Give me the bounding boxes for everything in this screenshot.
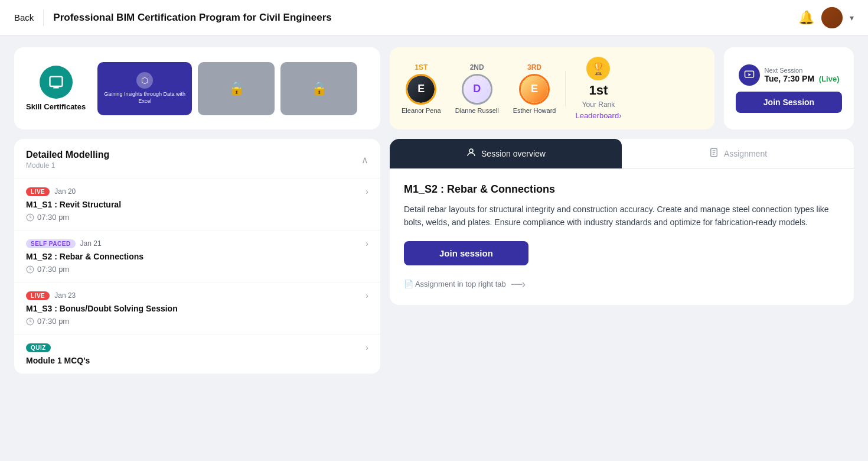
lb-name-1: Eleanor Pena (402, 107, 441, 114)
session-1-date: Jan 20 (54, 187, 76, 196)
session-tabs: Session overview Assignment (390, 139, 854, 169)
tab-assignment[interactable]: Assignment (622, 139, 854, 168)
svg-point-8 (469, 149, 473, 152)
chevron-right-icon-4: › (366, 343, 368, 352)
lb-avatar-1: E (406, 74, 436, 105)
header-divider (43, 9, 44, 26)
session-4-meta: QUIZ (26, 343, 51, 352)
bell-icon[interactable]: 🔔 (798, 10, 814, 25)
next-session-time-value: Tue, 7:30 PM (765, 74, 815, 83)
back-button[interactable]: Back (14, 12, 34, 22)
header-actions: 🔔 ▾ (798, 7, 854, 28)
assignment-hint-text: 📄 Assignment in top right tab (404, 280, 506, 288)
trophy-icon: 🏆 (586, 57, 610, 80)
chevron-right-icon-1: › (366, 187, 368, 196)
session-detail-desc: Detail rebar layouts for structural inte… (404, 203, 840, 229)
session-4-name: Module 1 MCQ's (26, 356, 90, 365)
session-4-row: QUIZ › (26, 343, 368, 352)
session-panel: Session overview Assignment M1_S2 : Reba… (390, 139, 854, 305)
skill-icon (40, 66, 73, 99)
session-4-name-row: Module 1 MCQ's (26, 356, 368, 365)
next-session-info: Next Session Tue, 7:30 PM (Live) (765, 67, 840, 83)
module-subtitle: Module 1 (26, 161, 109, 170)
cert-active[interactable]: ⬡ Gaining Insights through Data with Exc… (97, 62, 192, 115)
cert-text: Gaining Insights through Data with Excel (102, 91, 187, 105)
session-3-time-value: 07:30 pm (37, 317, 69, 326)
svg-marker-4 (748, 73, 751, 76)
cert-icon: ⬡ (136, 72, 153, 89)
arrow-dashed-icon: ----› (511, 277, 524, 291)
leaderboard-link[interactable]: Leaderboard› (575, 111, 621, 120)
chevron-right-icon-3: › (366, 291, 368, 300)
join-session-btn[interactable]: Join session (404, 241, 528, 265)
cert-thumbnails: ⬡ Gaining Insights through Data with Exc… (97, 62, 357, 115)
next-session-card: Next Session Tue, 7:30 PM (Live) Join Se… (724, 47, 854, 129)
join-session-button[interactable]: Join Session (736, 92, 842, 113)
lb-name-3: Esther Howard (513, 107, 556, 114)
session-content: M1_S2 : Rebar & Connections Detail rebar… (390, 169, 854, 305)
session-item-2[interactable]: SELF PACED Jan 21 › M1_S2 : Rebar & Conn… (14, 230, 380, 283)
badge-live-1: LIVE (26, 187, 50, 196)
assignment-tab-icon (709, 147, 719, 160)
chevron-right-icon-2: › (366, 239, 368, 248)
session-2-time-value: 07:30 pm (37, 265, 69, 274)
session-2-date: Jan 21 (80, 239, 102, 248)
badge-quiz-4: QUIZ (26, 343, 51, 352)
lb-rank-box: 🏆 1st Your Rank Leaderboard› (575, 57, 621, 120)
lb-avatar-3: E (519, 74, 550, 105)
module-collapse-icon[interactable]: ∧ (361, 154, 368, 165)
session-2-name-row: M1_S2 : Rebar & Connections (26, 252, 368, 261)
next-session-icon (739, 64, 760, 86)
next-session-time: Tue, 7:30 PM (Live) (765, 74, 840, 83)
session-detail-title: M1_S2 : Rebar & Connections (404, 183, 840, 196)
leaderboard-card: 1ST E Eleanor Pena 2ND D Dianne Russell … (390, 47, 714, 129)
session-3-time: 07:30 pm (26, 317, 368, 326)
session-overview-tab-icon (466, 147, 477, 160)
next-session-live-tag: (Live) (819, 74, 840, 83)
session-3-name-row: M1_S3 : Bonus/Doubt Solving Session (26, 304, 368, 313)
session-item-4[interactable]: QUIZ › Module 1 MCQ's (14, 335, 380, 374)
lb-your-rank-number: 1st (589, 83, 608, 98)
session-1-time-value: 07:30 pm (37, 213, 69, 222)
avatar-eleanor: E (407, 76, 435, 103)
session-2-meta: SELF PACED Jan 21 (26, 239, 102, 248)
session-2-row: SELF PACED Jan 21 › (26, 239, 368, 248)
skill-label: Skill Certificates (26, 102, 86, 111)
page-title: Professional BIM Certification Program f… (53, 12, 789, 24)
top-row: Skill Certificates ⬡ Gaining Insights th… (14, 47, 854, 129)
session-1-time: 07:30 pm (26, 213, 368, 222)
lock-icon-2: 🔒 (311, 81, 327, 96)
session-1-name-row: M1_S1 : Revit Structural (26, 200, 368, 209)
next-session-label: Next Session (765, 67, 840, 74)
module-title: Detailed Modelling (26, 150, 109, 160)
skill-cert-left: Skill Certificates (26, 66, 86, 111)
tab-session-overview[interactable]: Session overview (390, 139, 622, 168)
badge-live-3: LIVE (26, 291, 50, 300)
chevron-down-icon[interactable]: ▾ (850, 13, 854, 22)
session-1-row: LIVE Jan 20 › (26, 187, 368, 196)
header: Back Professional BIM Certification Prog… (0, 0, 868, 35)
lock-icon-1: 🔒 (229, 81, 244, 96)
svg-rect-0 (50, 77, 62, 86)
session-2-name: M1_S2 : Rebar & Connections (26, 252, 143, 261)
session-3-meta: LIVE Jan 23 (26, 291, 76, 300)
tab-session-overview-label: Session overview (481, 149, 546, 158)
avatar-dianne: D (464, 76, 491, 103)
badge-self-paced-2: SELF PACED (26, 239, 76, 248)
lb-name-2: Dianne Russell (455, 107, 499, 114)
lb-person-1: 1ST E Eleanor Pena (402, 63, 441, 114)
lb-your-rank-label: Your Rank (582, 100, 615, 109)
lb-positions: 1ST E Eleanor Pena 2ND D Dianne Russell … (402, 63, 556, 114)
cert-locked-2: 🔒 (280, 62, 357, 115)
avatar[interactable] (821, 7, 843, 28)
lb-divider (565, 71, 566, 106)
assignment-hint: 📄 Assignment in top right tab ----› (404, 277, 840, 291)
lb-rank-1: 1ST (415, 63, 428, 72)
main-content: Skill Certificates ⬡ Gaining Insights th… (0, 35, 868, 386)
skill-certificates-card: Skill Certificates ⬡ Gaining Insights th… (14, 47, 380, 129)
session-item-1[interactable]: LIVE Jan 20 › M1_S1 : Revit Structural 0… (14, 178, 380, 230)
session-item-3[interactable]: LIVE Jan 23 › M1_S3 : Bonus/Doubt Solvin… (14, 283, 380, 335)
module-header: Detailed Modelling Module 1 ∧ (14, 139, 380, 178)
lb-rank-2: 2ND (470, 63, 484, 72)
lb-avatar-2: D (462, 74, 492, 105)
